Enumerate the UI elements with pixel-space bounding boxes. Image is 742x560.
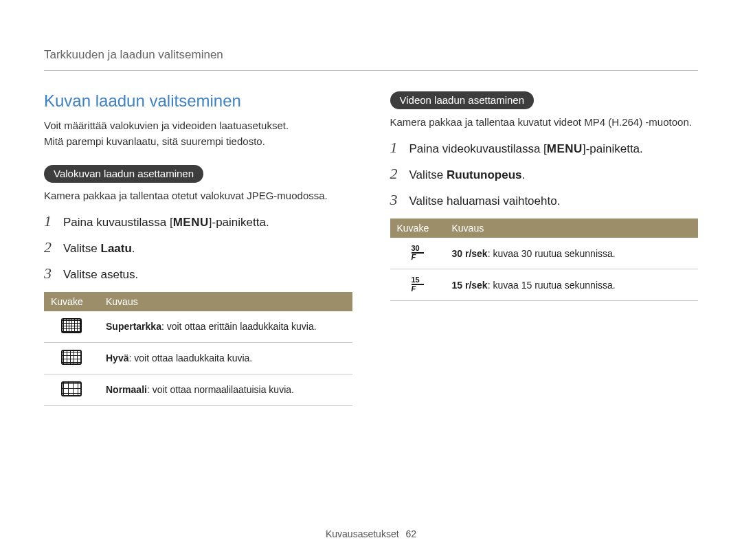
table-header-icon: Kuvake — [390, 219, 445, 238]
footer-section: Kuvausasetukset — [326, 528, 399, 539]
page-footer: Kuvausasetukset 62 — [0, 528, 742, 539]
photo-step-2: 2 Valitse Laatu. — [44, 238, 352, 256]
photo-step-1: 1 Paina kuvaustilassa [MENU]-painiketta. — [44, 212, 352, 230]
menu-key-label: MENU — [547, 142, 583, 155]
video-step-1: 1 Paina videokuvaustilassa [MENU]-painik… — [390, 139, 699, 157]
quality-normal-icon — [61, 381, 82, 396]
table-header-icon: Kuvake — [44, 292, 99, 311]
photo-steps: 1 Paina kuvaustilassa [MENU]-painiketta.… — [44, 212, 352, 282]
fps-15-icon: 15 F — [412, 276, 424, 292]
video-quality-pill: Videon laadun asettaminen — [390, 91, 535, 109]
breadcrumb: Tarkkuuden ja laadun valitseminen — [44, 48, 698, 71]
intro-line-1: Voit määrittää valokuvien ja videoiden l… — [44, 119, 352, 133]
right-column: Videon laadun asettaminen Kamera pakkaa … — [390, 91, 699, 406]
step-number: 1 — [44, 212, 56, 230]
page-number: 62 — [405, 528, 416, 539]
video-steps: 1 Paina videokuvaustilassa [MENU]-painik… — [390, 139, 699, 209]
table-row: Hyvä: voit ottaa laadukkaita kuvia. — [44, 342, 352, 374]
video-step-3: 3 Valitse haluamasi vaihtoehto. — [390, 191, 699, 209]
step-number: 2 — [44, 238, 56, 256]
intro-line-2: Mitä parempi kuvanlaatu, sitä suurempi t… — [44, 135, 352, 148]
page-title: Kuvan laadun valitseminen — [44, 91, 352, 111]
table-row: 30 F 30 r/sek: kuvaa 30 ruutua sekunniss… — [390, 238, 699, 269]
video-step-2: 2 Valitse Ruutunopeus. — [390, 165, 699, 183]
page: Tarkkuuden ja laadun valitseminen Kuvan … — [0, 0, 742, 560]
photo-quality-pill: Valokuvan laadun asettaminen — [44, 165, 203, 183]
video-framerate-table: Kuvake Kuvaus 30 F 30 r/sek: ku — [390, 219, 699, 301]
step-number: 2 — [390, 165, 403, 183]
table-header-desc: Kuvaus — [99, 292, 352, 311]
step-number: 3 — [44, 265, 56, 282]
table-row: 15 F 15 r/sek: kuvaa 15 ruutua sekunniss… — [390, 269, 699, 301]
quality-superfine-icon — [61, 318, 82, 333]
step-number: 3 — [390, 191, 403, 209]
photo-quality-table: Kuvake Kuvaus Supertarkka: voit ottaa er… — [44, 292, 352, 406]
intro-text: Voit määrittää valokuvien ja videoiden l… — [44, 119, 352, 149]
fps-30-icon: 30 F — [412, 245, 424, 260]
photo-step-3: 3 Valitse asetus. — [44, 265, 352, 282]
table-row: Supertarkka: voit ottaa erittäin laadukk… — [44, 311, 352, 343]
menu-key-label: MENU — [173, 216, 209, 229]
table-row: Normaali: voit ottaa normaalilaatuisia k… — [44, 374, 352, 405]
step-number: 1 — [390, 139, 403, 157]
quality-fine-icon — [61, 350, 82, 365]
content-columns: Kuvan laadun valitseminen Voit määrittää… — [44, 91, 698, 406]
table-header-desc: Kuvaus — [445, 219, 699, 238]
left-column: Kuvan laadun valitseminen Voit määrittää… — [44, 91, 352, 406]
photo-body-text: Kamera pakkaa ja tallentaa otetut valoku… — [44, 190, 352, 201]
video-body-text: Kamera pakkaa ja tallentaa kuvatut video… — [390, 116, 699, 128]
